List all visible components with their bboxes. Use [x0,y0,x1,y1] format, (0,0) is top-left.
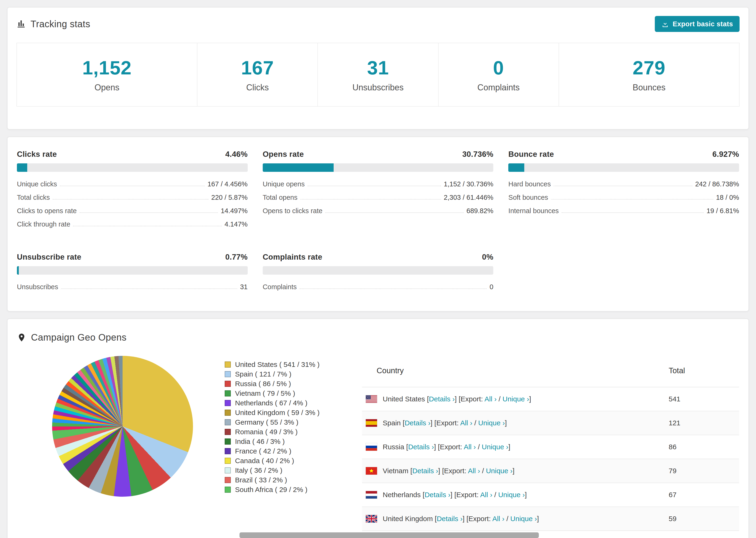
details-link[interactable]: Details › [412,467,438,475]
export-unique-link[interactable]: Unique › [482,443,508,451]
legend-swatch [225,439,231,445]
country-total: 121 [669,419,739,427]
export-all-link[interactable]: All › [492,515,505,522]
rate-name: Unsubscribe rate [17,252,81,261]
rate-stat-value: 19 / 6.81% [706,207,739,215]
rate-progress-bar [263,163,494,172]
horizontal-scrollbar-thumb[interactable] [240,532,539,538]
legend-swatch [225,429,231,435]
legend-swatch [225,409,231,416]
rate-name: Complaints rate [263,252,322,261]
rate-stat-label: Click through rate [17,220,70,228]
legend-swatch [225,390,231,397]
export-basic-stats-button[interactable]: Export basic stats [655,16,739,32]
rate-block-unsubscribe-rate: Unsubscribe rate 0.77% Unsubscribes 31 [17,252,248,294]
country-text: United States [Details ›] [Export: All ›… [383,395,531,403]
geo-table-row-vietnam: Vietnam [Details ›] [Export: All › / Uni… [362,459,739,483]
stat-box-unsubscribes: 31 Unsubscribes [317,43,438,107]
legend-item[interactable]: Brazil ( 33 / 2% ) [225,475,336,485]
legend-item[interactable]: Russia ( 86 / 5% ) [225,379,336,389]
rate-percentage: 4.46% [225,150,248,159]
rate-progress-bar [263,266,494,275]
legend-swatch [225,487,231,493]
legend-item[interactable]: United Kingdom ( 59 / 3% ) [225,408,336,417]
details-link[interactable]: Details › [424,491,450,499]
country-name: Spain [383,419,401,427]
rate-stat-row: Total opens 2,303 / 61.446% [263,191,494,204]
rate-block-clicks-rate: Clicks rate 4.46% Unique clicks 167 / 4.… [17,150,248,231]
country-total: 59 [669,515,739,523]
legend-item[interactable]: India ( 46 / 3% ) [225,437,336,446]
rate-stat-row: Unique clicks 167 / 4.456% [17,178,248,191]
flag-nl-icon [366,491,377,499]
legend-swatch [225,371,231,377]
country-name: Netherlands [383,491,421,499]
export-unique-link[interactable]: Unique › [503,395,529,403]
stat-box-complaints: 0 Complaints [438,43,559,107]
legend-swatch [225,381,231,387]
legend-item[interactable]: Netherlands ( 67 / 4% ) [225,398,336,408]
legend-item[interactable]: Germany ( 55 / 3% ) [225,417,336,427]
legend-label: Romania ( 49 / 3% ) [235,428,298,436]
rate-stat-row: Unsubscribes 31 [17,280,248,294]
rate-rows: Unique clicks 167 / 4.456% Total clicks … [17,178,248,231]
legend-swatch [225,458,231,464]
export-all-link[interactable]: All › [480,491,492,499]
country-text: United Kingdom [Details ›] [Export: All … [383,515,539,523]
details-link[interactable]: Details › [408,443,434,451]
rate-stat-label: Clicks to opens rate [17,207,77,215]
legend-label: South Africa ( 29 / 2% ) [235,486,307,494]
rate-block-opens-rate: Opens rate 30.736% Unique opens 1,152 / … [263,150,494,231]
export-unique-link[interactable]: Unique › [478,419,505,427]
rates-card: Clicks rate 4.46% Unique clicks 167 / 4.… [7,136,749,311]
geo-table-row-spain: Spain [Details ›] [Export: All › / Uniqu… [362,411,739,435]
legend-item[interactable]: Vietnam ( 79 / 5% ) [225,389,336,398]
legend-label: Vietnam ( 79 / 5% ) [235,389,295,398]
country-name: Russia [383,443,404,451]
legend-label: Germany ( 55 / 3% ) [235,418,298,426]
stat-box-clicks: 167 Clicks [197,43,318,107]
export-all-link[interactable]: All › [468,467,480,475]
legend-swatch [225,361,231,368]
details-link[interactable]: Details › [405,419,430,427]
geo-table-row-netherlands: Netherlands [Details ›] [Export: All › /… [362,483,739,507]
rate-stat-row: Complaints 0 [263,280,494,294]
stat-value: 167 [241,57,274,79]
geo-content: United States ( 541 / 31% ) Spain ( 121 … [17,356,739,538]
export-unique-link[interactable]: Unique › [498,491,525,499]
geo-table-body: United States [Details ›] [Export: All ›… [362,387,739,538]
details-link[interactable]: Details › [429,395,455,403]
geo-title-text: Campaign Geo Opens [31,332,127,343]
legend-item[interactable]: Spain ( 121 / 7% ) [225,369,336,379]
rate-stat-label: Unique opens [263,180,305,188]
legend-item[interactable]: Italy ( 36 / 2% ) [225,465,336,475]
export-unique-link[interactable]: Unique › [486,467,513,475]
flag-vn-icon [366,467,377,475]
stat-value: 31 [367,57,389,79]
dotted-leader [299,289,487,289]
export-all-link[interactable]: All › [485,395,497,403]
legend-item[interactable]: United States ( 541 / 31% ) [225,360,336,369]
country-cell: Netherlands [Details ›] [Export: All › /… [366,491,669,499]
stat-label: Complaints [477,82,519,92]
legend-item[interactable]: France ( 42 / 2% ) [225,446,336,456]
rate-progress-fill [508,163,524,172]
country-total: 86 [669,443,739,451]
rate-stat-label: Soft bounces [508,194,548,201]
legend-item[interactable]: Canada ( 40 / 2% ) [225,456,336,465]
rates-grid: Clicks rate 4.46% Unique clicks 167 / 4.… [17,150,739,294]
geo-pie-chart[interactable] [52,356,193,497]
rate-stat-row: Soft bounces 18 / 0% [508,191,739,204]
rate-progress-bar [17,266,248,275]
flag-ru-icon [366,443,377,451]
country-text: Netherlands [Details ›] [Export: All › /… [383,491,527,499]
export-all-link[interactable]: All › [460,419,472,427]
rate-progress-fill [17,163,27,172]
country-cell: United Kingdom [Details ›] [Export: All … [366,515,669,523]
details-link[interactable]: Details › [437,515,462,522]
rate-stat-label: Opens to clicks rate [263,207,323,215]
legend-item[interactable]: South Africa ( 29 / 2% ) [225,485,336,494]
export-all-link[interactable]: All › [464,443,476,451]
export-unique-link[interactable]: Unique › [511,515,537,522]
legend-item[interactable]: Romania ( 49 / 3% ) [225,427,336,437]
